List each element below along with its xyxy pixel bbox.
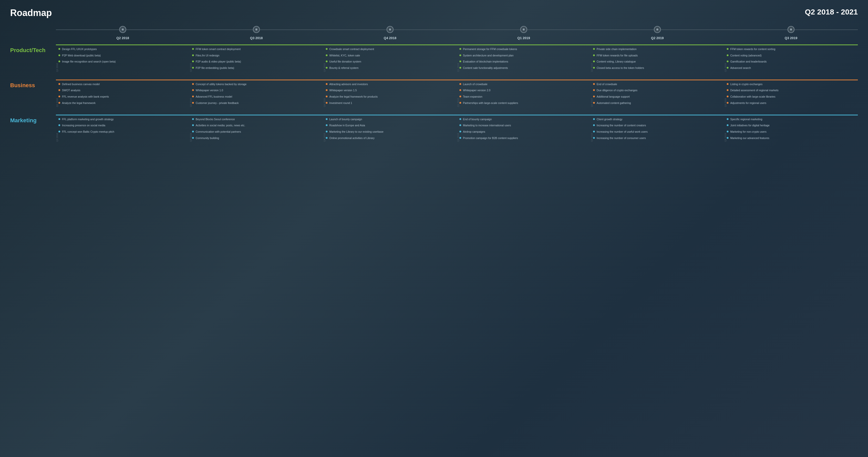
bullet-dot [727, 137, 728, 139]
list-item-text: P2P audio & video player (public beta) [196, 60, 241, 64]
timeline-node-col [724, 26, 858, 35]
list-item-text: SWOT analysis [62, 88, 80, 92]
list-item: Additional language support [593, 95, 722, 99]
bullet-dot [58, 124, 60, 126]
bullet-dot [192, 48, 194, 50]
list-item: Promotion campaign for B2B content suppl… [459, 136, 588, 140]
list-item: Private side chain implementation [593, 47, 722, 51]
quarter-cell: Launch of bounty campaignRoadshow in Eur… [323, 115, 457, 145]
list-item: SWOT analysis [58, 88, 187, 92]
list-item: FFM token rewards for file uploads [593, 54, 722, 57]
bullet-dot [459, 118, 461, 120]
list-item-text: Whitelist, KYC, token sale [329, 54, 360, 57]
bullet-dot [326, 83, 328, 85]
bullet-dot [58, 89, 60, 91]
quarter-cell: Private side chain implementationFFM tok… [591, 44, 724, 74]
bullet-dot [459, 137, 461, 139]
bullet-dot [58, 118, 60, 120]
list-item: Adjustments for regional users [727, 101, 855, 105]
bullet-dot [326, 54, 328, 56]
list-item-text: Files.fm UI redesign [196, 54, 219, 57]
timeline-node-inner [122, 28, 124, 31]
list-item: Analyze the legal framework for products [326, 95, 454, 99]
quarter-watermark: Q3 2019 [724, 133, 727, 142]
list-item-text: Due diligence of crypto exchanges [597, 88, 638, 92]
bullet-dot [593, 89, 595, 91]
bullet-list: Launch of crowdsaleWhitepaper version 2.… [459, 82, 588, 105]
quarter-watermark: Q1 2019 [457, 63, 459, 72]
quarter-watermark: Q2 2018 [56, 133, 58, 142]
quarter-cell: FFM token rewards for content sortingCon… [724, 44, 858, 74]
list-item-text: Gamification and leaderboards [730, 60, 767, 64]
bullet-dot [58, 48, 60, 50]
list-item-text: Bounty & referral system [329, 66, 359, 70]
quarter-cell: Listing in crypto exchangesDetailed asse… [724, 80, 858, 110]
list-item-text: Crowdsale smart contract deployment [329, 47, 374, 51]
quarter-watermark: Q3 2018 [190, 63, 192, 72]
list-item: Advanced search [727, 66, 855, 70]
timeline-node-inner [255, 28, 257, 31]
list-item-text: P2P Web download (public beta) [62, 54, 101, 57]
list-item-text: Concept of utility tokens backed by stor… [196, 82, 246, 86]
bullet-dot [459, 102, 461, 104]
bullet-dot [727, 131, 728, 132]
list-item: Advanced FFL business model [192, 95, 321, 99]
quarter-cell: Crowdsale smart contract deploymentWhite… [323, 44, 457, 74]
list-item: Customer journey - private feedback [192, 101, 321, 105]
section-marketing: MarketingFFL platform marketing and grow… [10, 115, 858, 145]
bullet-dot [593, 48, 595, 50]
bullet-dot [326, 89, 328, 91]
bullet-dot [727, 54, 728, 56]
list-item-text: Client growth strategy [597, 117, 623, 121]
quarter-label: Q1 2019 [457, 36, 591, 40]
bullet-dot [326, 96, 328, 97]
list-item: Permanent storage for FFM crowdsale toke… [459, 47, 588, 51]
bullet-list: Permanent storage for FFM crowdsale toke… [459, 47, 588, 70]
bullet-dot [727, 96, 728, 97]
bullet-dot [326, 131, 328, 132]
bullet-list: Attracting advisors and investorsWhitepa… [326, 82, 454, 105]
list-item: Roadshow in Europe and Asia [326, 124, 454, 127]
bullet-dot [727, 67, 728, 69]
bullet-dot [727, 124, 728, 126]
section-producttech: Product/TechDesign FFL UI/UX prototypesP… [10, 44, 858, 74]
list-item: End of crowdsale [593, 82, 722, 86]
list-item: Closed beta access to the token holders [593, 66, 722, 70]
list-item: Partnerships with large-scale content su… [459, 101, 588, 105]
list-item: Marketing for non-crypto users [727, 130, 855, 134]
quarter-label: Q2 2019 [591, 36, 724, 40]
bullet-dot [326, 60, 328, 62]
timeline-node [386, 26, 394, 33]
bullet-dot [326, 137, 328, 139]
list-item-text: Activities in social media: posts, news … [196, 124, 245, 127]
list-item-text: Roadshow in Europe and Asia [329, 124, 365, 127]
quarter-watermark: Q4 2018 [323, 133, 326, 142]
bullet-dot [727, 89, 728, 91]
quarter-watermark: Q3 2018 [190, 133, 192, 142]
list-item-text: Adjustments for regional users [730, 101, 766, 105]
bullet-list: Listing in crypto exchangesDetailed asse… [727, 82, 855, 105]
list-item: Analyze the legal framework [58, 101, 187, 105]
bullet-dot [192, 60, 194, 62]
quarter-watermark: Q1 2019 [457, 98, 459, 107]
list-item-text: Team expansion [463, 95, 482, 99]
list-item-text: Airdrop campaigns [463, 130, 485, 134]
list-item-text: Community building [196, 136, 219, 140]
list-item-text: Evaluation of blockchain implentations [463, 60, 508, 64]
quarter-cell: End of bounty campaignMarketing to incre… [457, 115, 591, 145]
list-item: Specific regional marketing [727, 117, 855, 121]
bullet-list: End of bounty campaignMarketing to incre… [459, 117, 588, 140]
list-item-text: FFL revenue analysis with bank experts [62, 95, 109, 99]
page-title: Roadmap [10, 8, 52, 18]
list-item: FFL concept won Baltic Crypto meetup pit… [58, 130, 187, 134]
list-item-text: Collaboration with large-scale libraries [730, 95, 775, 99]
bullet-dot [593, 60, 595, 62]
list-item-text: FFL platform marketing and growth strate… [62, 117, 114, 121]
timeline-node-inner [790, 28, 792, 31]
list-item: Team expansion [459, 95, 588, 99]
bullet-dot [326, 102, 328, 104]
bullet-dot [593, 131, 595, 132]
list-item-text: Increasing presence on social media [62, 124, 105, 127]
section-label: Business [10, 80, 56, 110]
bullet-dot [192, 137, 194, 139]
